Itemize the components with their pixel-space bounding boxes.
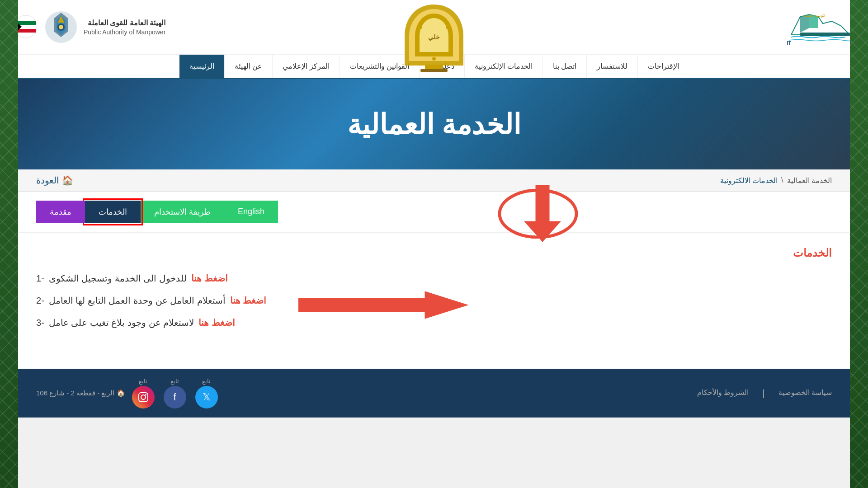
site-footer: سياسة الخصوصية | الشروط والأحكام تابع 𝕏 …	[0, 369, 868, 418]
breadcrumb-home[interactable]: 🏠 العودة	[36, 175, 73, 186]
svg-point-8	[446, 25, 449, 29]
nav-item-home[interactable]: الرئيسية	[179, 55, 224, 78]
pam-arabic-name: الهيئة العامة للقوى العاملة	[84, 18, 165, 28]
twitter-group: تابع 𝕏	[195, 378, 218, 408]
instagram-icon[interactable]	[132, 386, 155, 408]
services-list: اضغط هنا للدخول الى الخدمة وتسجيل الشكوى…	[36, 273, 832, 328]
service-item-3: اضغط هنا لاستعلام عن وجود بلاغ تغيب على …	[36, 317, 832, 328]
svg-point-7	[419, 25, 422, 29]
nav-item-eservices[interactable]: الخدمات الإلكترونية	[464, 55, 542, 78]
service-link-2[interactable]: اضغط هنا	[230, 295, 267, 306]
svg-rect-10	[425, 65, 443, 69]
home-footer-icon: 🏠	[117, 389, 125, 397]
header-right: الهيئة العامة للقوى العاملة Public Autho…	[14, 9, 165, 45]
twitter-icon[interactable]: 𝕏	[195, 386, 218, 408]
page-title: الخدمة العمالية	[347, 108, 521, 141]
nav-item-contact[interactable]: اتصل بنا	[542, 55, 586, 78]
facebook-group: تابع f	[164, 378, 186, 408]
pam-english-name: Public Authority of Manpower	[84, 28, 165, 36]
svg-point-9	[432, 57, 436, 61]
service-number-3: -3	[36, 318, 44, 328]
footer-terms-link[interactable]: الشروط والأحكام	[697, 388, 749, 399]
facebook-icon[interactable]: f	[164, 386, 186, 408]
svg-point-21	[141, 395, 146, 399]
tabs: English طريقة الاستخدام الخدمات مقدمة	[36, 201, 278, 223]
breadcrumb-current: الخدمة العمالية	[787, 176, 832, 185]
service-text-2: أستعلام العامل عن وحدة العمل التابع لها …	[49, 295, 226, 306]
service-number-1: -1	[36, 273, 44, 284]
tab-intro[interactable]: مقدمة	[36, 201, 85, 223]
instagram-label: تابع	[139, 378, 147, 385]
footer-divider: |	[762, 388, 764, 399]
newkuwait-logo[interactable]: NEWKUWAIT كويت جديدة	[787, 8, 854, 46]
breadcrumb-sep2: \	[781, 176, 783, 184]
service-text-1: للدخول الى الخدمة وتسجيل الشكوى	[49, 273, 187, 284]
breadcrumb-links: الخدمة العمالية \ الخدمات الالكترونية	[720, 176, 832, 185]
service-item-2: اضغط هنا أستعلام العامل عن وحدة العمل ال…	[36, 295, 832, 306]
header-left: NEWKUWAIT كويت جديدة	[787, 8, 854, 46]
nav-item-inquiry[interactable]: للاستفسار	[586, 55, 637, 78]
left-border	[0, 0, 18, 488]
svg-rect-11	[420, 69, 448, 72]
footer-address-text: 🏠 الربع - فقطعة 2 - شارع 106	[36, 389, 125, 397]
svg-text:NEWKUWAIT: NEWKUWAIT	[787, 40, 791, 46]
left-border-pattern	[0, 0, 18, 488]
footer-links: سياسة الخصوصية | الشروط والأحكام	[697, 388, 832, 399]
right-border-pattern	[850, 0, 868, 488]
nav-item-about[interactable]: عن الهيئة	[224, 55, 272, 78]
breadcrumb: الخدمة العمالية \ الخدمات الالكترونية 🏠 …	[0, 169, 868, 192]
tab-english[interactable]: English	[224, 201, 278, 223]
twitter-label: تابع	[202, 378, 211, 385]
service-link-3[interactable]: اضغط هنا	[198, 317, 235, 328]
svg-point-22	[145, 394, 146, 395]
site-header: NEWKUWAIT كويت جديدة خلي	[0, 0, 868, 54]
tab-services[interactable]: الخدمات	[85, 201, 141, 223]
pam-logo[interactable]: الهيئة العامة للقوى العاملة Public Autho…	[14, 9, 165, 45]
main-content: الخدمات اضغط هنا للدخول الى الخدمة وتسجي…	[0, 233, 868, 369]
svg-point-14	[59, 25, 63, 29]
footer-privacy-link[interactable]: سياسة الخصوصية	[778, 388, 832, 399]
right-border	[850, 0, 868, 488]
pam-text: الهيئة العامة للقوى العاملة Public Autho…	[84, 18, 165, 35]
pam-logo-icon	[43, 9, 79, 45]
svg-rect-3	[800, 33, 850, 36]
center-logo-container: خلي	[398, 0, 470, 72]
service-text-3: لاستعلام عن وجود بلاغ تغيب على عامل	[49, 317, 194, 328]
breadcrumb-eservices-link[interactable]: الخدمات الالكترونية	[720, 176, 778, 185]
svg-rect-20	[139, 393, 148, 402]
nav-item-suggestions[interactable]: الإقتراحات	[637, 55, 689, 78]
services-section-title: الخدمات	[36, 247, 832, 259]
social-icons: تابع 𝕏 تابع f تابع	[132, 378, 218, 408]
instagram-group: تابع	[132, 378, 155, 408]
tab-how-to-use[interactable]: طريقة الاستخدام	[141, 201, 224, 223]
service-link-1[interactable]: اضغط هنا	[191, 273, 228, 284]
svg-text:كويت جديدة: كويت جديدة	[803, 13, 826, 18]
svg-text:خلي: خلي	[428, 33, 440, 41]
service-item-1: اضغط هنا للدخول الى الخدمة وتسجيل الشكوى…	[36, 273, 832, 284]
footer-address: تابع 𝕏 تابع f تابع	[36, 378, 218, 408]
hero-section: الخدمة العمالية	[0, 79, 868, 169]
breadcrumb-home-label: العودة	[36, 175, 59, 185]
nav-item-media[interactable]: المركز الإعلامي	[272, 55, 339, 78]
tabs-container: English طريقة الاستخدام الخدمات مقدمة	[0, 192, 868, 233]
service-number-2: -2	[36, 296, 44, 306]
facebook-label: تابع	[170, 378, 179, 385]
